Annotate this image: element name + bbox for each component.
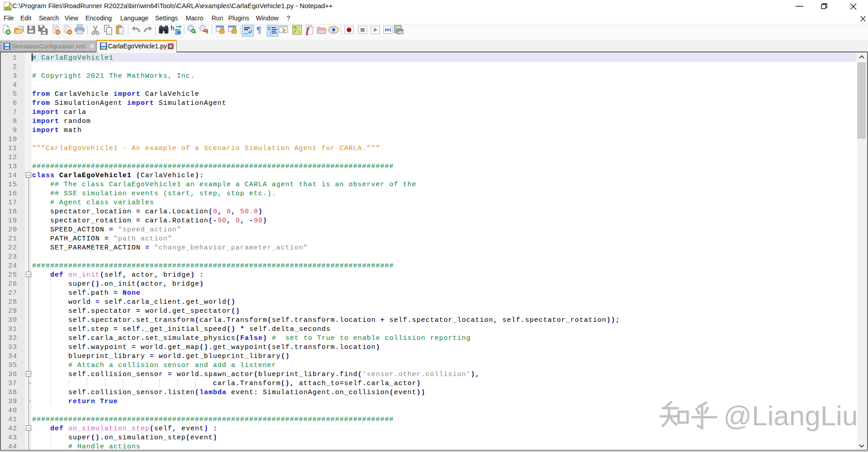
svg-text:ABC: ABC bbox=[398, 31, 404, 34]
svg-text:¶: ¶ bbox=[256, 25, 261, 35]
svg-text:h: h bbox=[170, 24, 175, 32]
